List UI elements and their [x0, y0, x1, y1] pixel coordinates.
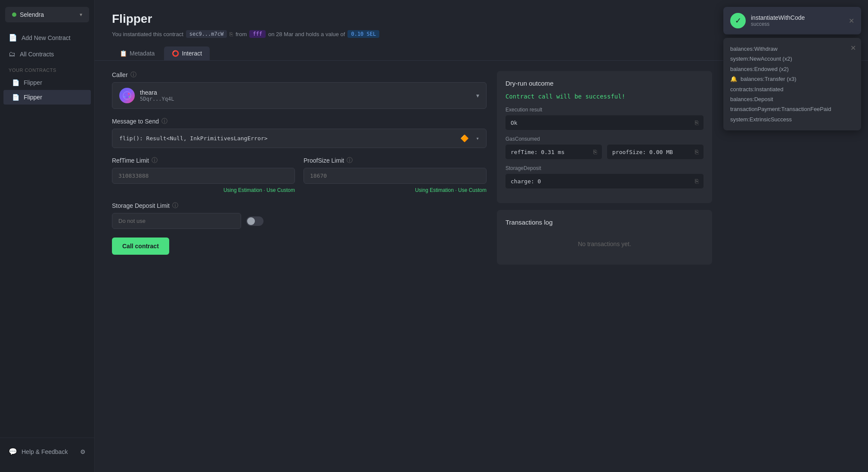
- date-text: on 28 Mar and holds a value of: [268, 31, 345, 37]
- execution-result-section: Execution result Ok ⎘: [505, 107, 704, 130]
- sidebar: Selendra ▾ 📄 Add New Contract 🗂 All Cont…: [0, 0, 95, 472]
- storage-deposit-input[interactable]: [112, 213, 241, 229]
- all-contracts-icon: 🗂: [9, 50, 16, 58]
- gas-row: refTime: 0.31 ms ⎘ proofSize: 0.00 MB ⎘: [505, 145, 704, 159]
- storage-deposit-value-text: charge: 0: [511, 178, 541, 185]
- metadata-tab-label: Metadata: [130, 50, 155, 57]
- event-text-5: balances:Deposit: [730, 94, 773, 104]
- help-icon: 💬: [9, 447, 17, 456]
- event-line-1: system:NewAccount (x2): [730, 54, 854, 64]
- svg-point-3: [126, 96, 128, 98]
- caller-name: theara: [140, 89, 471, 96]
- contract-icon-1: 📄: [12, 79, 19, 86]
- contracts-section-label: Your Contracts: [0, 62, 94, 75]
- storage-deposit-label: Storage Deposit Limit ⓘ: [112, 202, 487, 210]
- svg-point-4: [124, 96, 125, 98]
- metadata-tab-icon: 📋: [120, 50, 127, 57]
- limits-row: RefTime Limit ⓘ Using Estimation · Use C…: [112, 157, 487, 193]
- reftime-helper: Using Estimation · Use Custom: [112, 187, 295, 193]
- execution-result-value: Ok ⎘: [505, 115, 704, 130]
- event-text-0: balances:Withdraw: [730, 44, 778, 54]
- message-group: Message to Send ⓘ flip(): Result<Null, I…: [112, 117, 487, 148]
- caller-select[interactable]: theara 5Dqr...Yq4L ▾: [112, 82, 487, 109]
- gas-consumed-label: GasConsumed: [505, 136, 704, 142]
- event-text-1: system:NewAccount (x2): [730, 54, 792, 64]
- sidebar-contract-flipper-2[interactable]: 📄 Flipper: [3, 90, 91, 105]
- contract-label-1: Flipper: [24, 79, 42, 86]
- storage-deposit-label-text: Storage Deposit Limit: [112, 202, 170, 209]
- toast-close-icon[interactable]: ✕: [849, 17, 854, 25]
- caller-label-text: Caller: [112, 71, 128, 78]
- reftime-custom-link[interactable]: Use Custom: [267, 187, 295, 193]
- code-hash-badge: fff: [249, 30, 266, 38]
- account-name: Selendra: [20, 11, 76, 18]
- toast-body: instantiateWithCode success: [751, 14, 843, 27]
- event-text-4: contracts:Instantiated: [730, 84, 784, 94]
- toast-container: ✓ instantiateWithCode success ✕ ✕ balanc…: [723, 7, 861, 130]
- sidebar-item-label-all-contracts: All Contracts: [20, 51, 54, 58]
- tab-metadata[interactable]: 📋 Metadata: [112, 46, 162, 60]
- proofsize-info-icon[interactable]: ⓘ: [347, 157, 353, 164]
- proofsize-label: ProofSize Limit ⓘ: [304, 157, 487, 164]
- interact-tab-icon: ⭕: [172, 50, 179, 57]
- dry-run-title: Dry-run outcome: [505, 80, 704, 87]
- no-transactions-text: No transactions yet.: [505, 232, 704, 256]
- event-text-3: balances:Transfer (x3): [741, 74, 797, 84]
- message-info-icon[interactable]: ⓘ: [161, 117, 167, 125]
- caller-info-icon[interactable]: ⓘ: [130, 71, 136, 79]
- account-selector[interactable]: Selendra ▾: [5, 7, 89, 22]
- tab-interact[interactable]: ⭕ Interact: [164, 46, 210, 60]
- toast-events: ✕ balances:Withdraw system:NewAccount (x…: [723, 38, 861, 130]
- sidebar-contract-flipper-1[interactable]: 📄 Flipper: [3, 75, 91, 90]
- settings-icon[interactable]: ⚙: [80, 448, 86, 455]
- sidebar-item-help[interactable]: 💬 Help & Feedback ⚙: [0, 443, 94, 460]
- event-line-6: transactionPayment:TransactionFeePaid: [730, 104, 854, 114]
- proofsize-custom-link[interactable]: Use Custom: [458, 187, 487, 193]
- message-value: flip(): Result<Null, InkPrimitivesLangEr…: [119, 135, 457, 142]
- storage-deposit-result-label: StorageDeposit: [505, 165, 704, 171]
- account-chevron-icon: ▾: [80, 12, 82, 18]
- message-emoji-icon: 🔶: [460, 134, 469, 142]
- proofsize-helper: Using Estimation · Use Custom: [304, 187, 487, 193]
- toast-success-icon: ✓: [730, 13, 746, 28]
- storage-deposit-group: Storage Deposit Limit ⓘ: [112, 202, 487, 229]
- execution-result-copy-icon[interactable]: ⎘: [695, 119, 698, 126]
- storage-deposit-copy-icon[interactable]: ⎘: [695, 178, 698, 185]
- storage-deposit-info-icon[interactable]: ⓘ: [172, 202, 178, 210]
- reftime-label-text: RefTime Limit: [112, 157, 149, 164]
- call-btn-label: Call contract: [122, 243, 159, 250]
- toggle-knob: [247, 217, 255, 225]
- sidebar-item-all-contracts[interactable]: 🗂 All Contracts: [0, 46, 94, 62]
- event-line-3: 🔔 balances:Transfer (x3): [730, 74, 854, 84]
- storage-deposit-toggle[interactable]: [246, 216, 264, 226]
- message-select[interactable]: flip(): Result<Null, InkPrimitivesLangEr…: [112, 129, 487, 148]
- proofsize-group: ProofSize Limit ⓘ Using Estimation · Use…: [304, 157, 487, 193]
- event-line-5: balances:Deposit: [730, 94, 854, 104]
- interact-tab-label: Interact: [182, 50, 202, 57]
- copy-address-icon[interactable]: ⎘: [229, 31, 233, 37]
- sidebar-item-label-add-contract: Add New Contract: [22, 34, 71, 41]
- proofsize-value-text: proofSize: 0.00 MB: [612, 149, 673, 155]
- reftime-label: RefTime Limit ⓘ: [112, 157, 295, 164]
- reftime-info-icon[interactable]: ⓘ: [152, 157, 158, 164]
- storage-deposit-result-section: StorageDeposit charge: 0 ⎘: [505, 165, 704, 188]
- toast-main: ✓ instantiateWithCode success ✕: [723, 7, 861, 34]
- add-contract-icon: 📄: [9, 34, 17, 42]
- transactions-title: Transactions log: [505, 219, 704, 226]
- proofsize-input[interactable]: [304, 168, 487, 184]
- event-text-2: balances:Endowed (x2): [730, 64, 789, 74]
- svg-point-5: [129, 96, 130, 98]
- execution-result-text: Ok: [511, 120, 518, 126]
- call-contract-button[interactable]: Call contract: [112, 238, 169, 255]
- transactions-card: Transactions log No transactions yet.: [497, 210, 712, 265]
- sidebar-item-add-new-contract[interactable]: 📄 Add New Contract: [0, 29, 94, 46]
- success-text: Contract call will be successful!: [505, 93, 704, 100]
- contract-address-badge: sec9...m7cW: [186, 30, 227, 38]
- subtitle-prefix: You instantiated this contract: [112, 31, 183, 37]
- toast-events-close-icon[interactable]: ✕: [850, 42, 856, 55]
- reftime-input[interactable]: [112, 168, 295, 184]
- proofsize-copy-icon[interactable]: ⎘: [695, 148, 698, 155]
- event-text-7: system:ExtrinsicSuccess: [730, 114, 792, 124]
- bell-icon: 🔔: [730, 74, 737, 84]
- reftime-copy-icon[interactable]: ⎘: [593, 148, 597, 155]
